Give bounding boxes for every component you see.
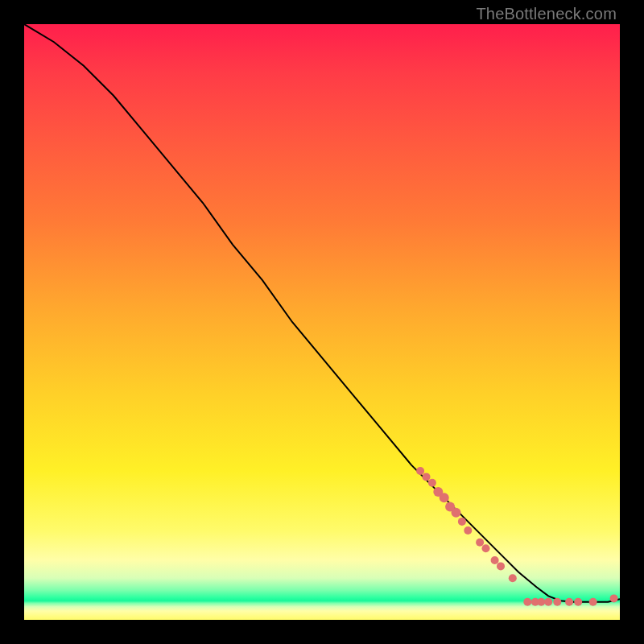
data-marker: [589, 598, 597, 606]
data-marker: [482, 544, 490, 552]
plot-area: [24, 24, 620, 620]
data-marker: [523, 598, 531, 606]
data-marker: [423, 473, 431, 481]
data-marker: [491, 556, 499, 564]
data-marker: [544, 598, 552, 606]
data-marker: [565, 598, 573, 606]
data-marker: [428, 479, 436, 487]
data-marker: [464, 526, 472, 535]
data-marker: [553, 598, 561, 606]
data-marker: [440, 493, 449, 502]
data-marker: [574, 598, 582, 606]
chart-svg: [24, 24, 620, 620]
line-series: [24, 24, 620, 602]
bottleneck-curve-path: [24, 24, 620, 602]
marker-series: [416, 467, 618, 606]
data-marker: [610, 594, 618, 602]
data-marker: [458, 518, 466, 526]
chart-frame: TheBottleneck.com: [0, 0, 644, 644]
data-marker: [497, 562, 505, 570]
data-marker: [476, 539, 484, 547]
data-marker: [537, 598, 545, 606]
data-marker: [416, 467, 424, 475]
data-marker: [452, 508, 461, 518]
data-marker: [509, 574, 517, 582]
watermark-text: TheBottleneck.com: [476, 5, 617, 23]
